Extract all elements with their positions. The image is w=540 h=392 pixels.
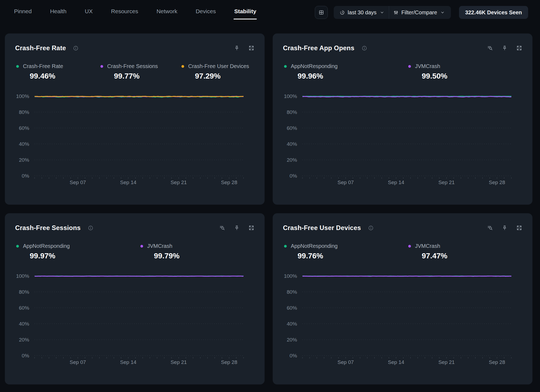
- pin-button[interactable]: [234, 225, 240, 231]
- tab-network[interactable]: Network: [156, 5, 178, 19]
- time-range-dropdown[interactable]: last 30 days: [335, 6, 389, 19]
- info-icon[interactable]: [362, 45, 367, 51]
- y-axis-label: 40%: [19, 141, 29, 147]
- devices-seen-badge: 322.46K Devices Seen: [459, 6, 528, 19]
- history-clock-icon: [340, 10, 345, 15]
- chevron-down-icon: [380, 10, 384, 15]
- panel-crash-free-rate: Crash-Free Rate Crash-Free Rate99.46%Cra…: [5, 33, 265, 205]
- legend-value: 99.77%: [114, 72, 181, 80]
- x-axis-label: Sep 28: [489, 359, 505, 365]
- panel-title: Crash-Free User Devices: [283, 224, 361, 232]
- panel-title: Crash-Free App Opens: [283, 44, 355, 52]
- expand-button[interactable]: [248, 225, 254, 231]
- nav-controls: last 30 days Filter/Compare 322.46K Devi…: [315, 6, 528, 19]
- chevron-icon: [440, 10, 445, 15]
- legend-value: 99.96%: [298, 72, 408, 80]
- legend-item[interactable]: Crash-Free Sessions99.77%: [100, 63, 181, 80]
- expand-button[interactable]: [516, 45, 522, 51]
- y-axis-label: 80%: [19, 109, 29, 115]
- legend-value: 99.97%: [30, 252, 140, 260]
- pin-button[interactable]: [502, 225, 508, 231]
- info-icon[interactable]: [368, 225, 374, 231]
- y-axis-label: 100%: [284, 93, 297, 99]
- x-axis-label: Sep 14: [388, 180, 404, 185]
- tab-pinned[interactable]: Pinned: [14, 5, 32, 19]
- list-search-button[interactable]: [219, 225, 225, 231]
- legend-item[interactable]: AppNotResponding99.96%: [284, 63, 408, 80]
- y-axis-label: 0%: [290, 173, 297, 179]
- legend-label: JVMCrash: [415, 243, 440, 249]
- tab-ux[interactable]: UX: [84, 5, 93, 19]
- list-search-button[interactable]: [487, 45, 493, 51]
- legend-item[interactable]: JVMCrash99.50%: [408, 63, 522, 80]
- legend-item[interactable]: Crash-Free Rate99.46%: [16, 63, 100, 80]
- grid-icon: [318, 9, 324, 15]
- panel-header: Crash-Free App Opens: [283, 44, 522, 52]
- list-search-button[interactable]: [487, 225, 493, 231]
- list-search-icon: [487, 225, 493, 231]
- expand-icon: [516, 225, 522, 231]
- pin-button[interactable]: [234, 45, 240, 51]
- panel-title: Crash-Free Sessions: [15, 224, 81, 232]
- legend-item[interactable]: AppNotResponding99.97%: [16, 243, 140, 260]
- time-range-label: last 30 days: [348, 9, 377, 16]
- expand-button[interactable]: [516, 225, 522, 231]
- x-axis-label: Sep 07: [338, 180, 354, 185]
- y-axis-label: 60%: [19, 305, 29, 311]
- filter-compare-dropdown[interactable]: Filter/Compare: [389, 6, 449, 19]
- legend-label: Crash-Free Rate: [23, 63, 63, 69]
- info-icon[interactable]: [73, 45, 79, 51]
- top-nav: PinnedHealthUXResourcesNetworkDevicesSta…: [0, 0, 540, 25]
- nav-tabs: PinnedHealthUXResourcesNetworkDevicesSta…: [14, 5, 257, 19]
- chart-canvas[interactable]: 100%80%60%40%20%0%Sep 07Sep 14Sep 21Sep …: [283, 92, 522, 187]
- chevron-down-icon: [440, 10, 445, 15]
- legend-dot: [408, 245, 411, 248]
- list-search-icon: [219, 225, 225, 231]
- y-axis-label: 80%: [287, 289, 297, 295]
- legend-item[interactable]: JVMCrash97.47%: [408, 243, 522, 260]
- series-line-Crash-Free User Devices: [35, 96, 244, 97]
- legend-dot: [16, 65, 19, 68]
- panel-header: Crash-Free Sessions: [15, 224, 254, 232]
- y-axis-label: 60%: [287, 305, 297, 311]
- x-axis-label: Sep 28: [489, 180, 505, 185]
- info-icon: [368, 225, 374, 231]
- expand-icon: [248, 225, 254, 231]
- y-axis-label: 20%: [19, 337, 29, 343]
- chart-canvas[interactable]: 100%80%60%40%20%0%Sep 07Sep 14Sep 21Sep …: [283, 272, 522, 367]
- layout-grid-button[interactable]: [315, 6, 328, 19]
- y-axis-label: 100%: [16, 93, 29, 99]
- y-axis-label: 100%: [16, 273, 29, 279]
- info-icon[interactable]: [88, 225, 93, 231]
- tab-resources[interactable]: Resources: [110, 5, 139, 19]
- expand-icon: [516, 45, 522, 51]
- legend-item[interactable]: AppNotResponding99.76%: [284, 243, 408, 260]
- list-search-icon: [487, 45, 493, 51]
- chevron-icon: [380, 10, 384, 15]
- series-line-JVMCrash: [35, 276, 244, 276]
- legend-label: Crash-Free User Devices: [188, 63, 249, 69]
- expand-button[interactable]: [248, 45, 254, 51]
- tab-stability[interactable]: Stability: [234, 5, 257, 19]
- x-axis-label: Sep 28: [221, 180, 237, 185]
- legend-label: JVMCrash: [147, 243, 172, 249]
- tab-health[interactable]: Health: [49, 5, 67, 19]
- legend-label: AppNotResponding: [291, 243, 338, 249]
- series-line-JVMCrash: [302, 96, 511, 97]
- x-axis-label: Sep 14: [388, 359, 404, 365]
- filter-compare-label: Filter/Compare: [401, 9, 437, 16]
- panel-actions: [487, 225, 522, 231]
- tab-devices[interactable]: Devices: [195, 5, 217, 19]
- chart-canvas[interactable]: 100%80%60%40%20%0%Sep 07Sep 14Sep 21Sep …: [15, 92, 254, 187]
- legend-dot: [284, 245, 287, 248]
- legend-item[interactable]: JVMCrash99.79%: [140, 243, 254, 260]
- legend-item[interactable]: Crash-Free User Devices97.29%: [181, 63, 254, 80]
- legend-label: AppNotResponding: [23, 243, 70, 249]
- panel-crash-free-app-opens: Crash-Free App Opens AppNotResponding99.…: [273, 33, 532, 205]
- pin-button[interactable]: [502, 45, 508, 51]
- legend-dot: [100, 65, 103, 68]
- chart-legend: AppNotResponding99.96%JVMCrash99.50%: [283, 63, 522, 80]
- chart-legend: Crash-Free Rate99.46%Crash-Free Sessions…: [15, 63, 254, 80]
- chart-canvas[interactable]: 100%80%60%40%20%0%Sep 07Sep 14Sep 21Sep …: [15, 272, 254, 367]
- panel-actions: [219, 225, 254, 231]
